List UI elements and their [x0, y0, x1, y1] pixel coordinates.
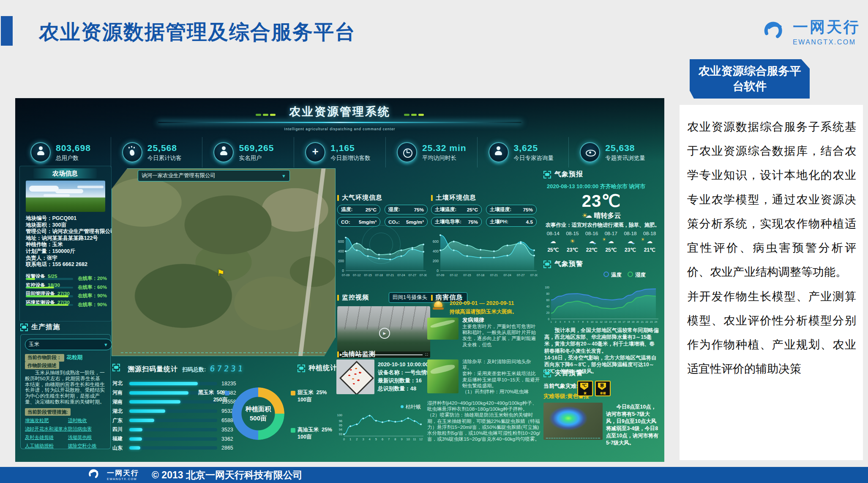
stat-value: 1,165	[330, 143, 371, 153]
production-panel: 玉米 ▼ 当前作物阶段：花粒期 作物阶段描述 玉米从抽雄到成熟这一阶段，一般历时…	[20, 334, 111, 449]
svg-text:40: 40	[546, 305, 550, 308]
person-icon	[489, 143, 508, 162]
pill-value: 5mg/m³	[359, 219, 377, 225]
pill-label: 温度:	[341, 206, 353, 213]
stage-value: 花粒期	[67, 354, 83, 360]
measure-link[interactable]: 浅锄莫伤根	[68, 434, 107, 441]
play-icon[interactable]: ▶	[379, 328, 390, 339]
stat-item: 25.32 min平均访问时长	[385, 137, 477, 167]
measure-link[interactable]: 浇好开花水和灌浆水	[25, 426, 68, 432]
eye-icon	[581, 143, 599, 162]
farm-field: 计划产量：150000斤	[26, 248, 107, 255]
person-icon	[213, 142, 234, 162]
svg-text:07-09: 07-09	[342, 273, 349, 277]
stat-text: 1,165今日新增访客数	[330, 143, 371, 162]
disaster-text: 今日8点至10点，讷河市将有5-7级大风，日9点至10点大风将减弱至3-4级，今…	[606, 403, 659, 447]
farm-info-panel: 农场信息 地块编号：PGCQ001地块面积：300亩管理公司：讷河农业生产管理有…	[19, 166, 112, 321]
video-header: 监控视频	[337, 294, 369, 302]
footer-logo-icon	[87, 468, 101, 482]
map-marker-icon[interactable]: ⚑	[217, 268, 224, 278]
soil-chart: 020040060007-0907-1207-1507-1807-2107-24…	[429, 228, 538, 279]
pill-value: 25°C	[366, 207, 377, 213]
stat-value: 569,265	[239, 143, 274, 153]
clock-icon	[397, 142, 417, 162]
measure-link[interactable]: 人工辅助授粉	[25, 443, 68, 449]
svg-text:400: 400	[338, 249, 344, 253]
scan-header: 溯源扫码量统计 扫码总数: 67231	[112, 364, 245, 374]
scan-row: 河北18235	[112, 379, 251, 388]
device-online-rate: 在线率：90%	[78, 302, 107, 308]
crop-select[interactable]: 玉米 ▼	[25, 339, 112, 350]
side-banner: 农业资源综合服务平台软件	[690, 59, 810, 99]
svg-text:07-12: 07-12	[353, 273, 360, 277]
svg-text:100: 100	[545, 286, 549, 289]
camera-select-value: 田间1号摄像头	[393, 294, 427, 301]
sun-icon: ☀	[570, 238, 575, 244]
scan-row: 湖北9532	[112, 406, 251, 416]
env-pill: 土壤温度:25°C	[431, 205, 482, 214]
company-logo: 一网天行 EWANGTX.COM	[761, 17, 860, 46]
svg-text:1: 1	[349, 437, 351, 441]
disease-thumbnail[interactable]	[427, 318, 459, 340]
pill-value: 4.5	[526, 219, 533, 225]
svg-text:18: 18	[627, 321, 630, 323]
aphid-thumbnail[interactable]	[427, 360, 459, 393]
pill-label: 土壤湿度:	[490, 206, 511, 213]
dashboard-subtitle: Intelligent agricultural dispatching and…	[15, 127, 664, 131]
scan-value: 3362	[221, 436, 233, 442]
pest-title: 虫情站监测	[342, 350, 376, 358]
forecast-date: 08-15	[563, 231, 582, 236]
measure-link[interactable]: 防治病虫害	[68, 426, 107, 432]
scan-row: 湖南13558	[112, 398, 251, 407]
crop-select-value: 玉米	[29, 341, 39, 348]
atmosphere-title: 大气环境信息	[342, 194, 382, 202]
scan-value: 6588	[221, 417, 233, 423]
measure-link[interactable]: 适时晚收	[68, 417, 107, 424]
svg-text:07-24: 07-24	[503, 273, 511, 277]
satellite-map[interactable]: ⚑	[112, 168, 336, 356]
stat-item: 25,638专题资讯浏览量	[568, 137, 660, 167]
svg-text:07-15: 07-15	[364, 273, 371, 277]
forecast-day: 08-18☁☂23℃	[621, 231, 640, 253]
scan-bar	[129, 419, 217, 422]
measure-link[interactable]: 拔除空秆小株	[68, 443, 107, 449]
legend-swatch	[291, 391, 295, 395]
svg-text:07-30: 07-30	[530, 273, 538, 277]
decor-dashes-left	[255, 110, 276, 118]
stat-label: 今日新增访客数	[330, 154, 371, 162]
svg-text:2: 2	[555, 321, 556, 323]
scan-row: 河南15682	[112, 388, 251, 398]
warning-legend: 温度 湿度	[603, 272, 646, 279]
svg-text:6: 6	[382, 437, 383, 441]
env-pill: 土壤电导率:75%	[431, 217, 482, 227]
svg-text:21: 21	[641, 321, 643, 323]
footprint-icon	[122, 142, 142, 162]
stat-text: 25,568今日累计访客	[147, 143, 182, 162]
donut-center-label: 种植面积	[232, 405, 284, 413]
fullscreen-icon[interactable]: ⛶	[425, 353, 428, 357]
pill-label: 土壤电导率:	[435, 219, 461, 225]
measure-link[interactable]: 及时去雄剪雄	[25, 434, 68, 441]
planting-title: 种植统计	[308, 364, 337, 373]
device-row: 报警设备5/25在线率：20%	[26, 272, 107, 281]
planting-donut-center: 种植面积 500亩	[232, 387, 284, 440]
stat-label: 专题资讯浏览量	[605, 154, 645, 162]
measure-link[interactable]: 增施攻粒肥	[25, 417, 68, 424]
forecast-day: 08-18☀☁21℃	[640, 231, 659, 253]
atmosphere-header: 大气环境信息	[337, 194, 382, 202]
svg-text:07-18: 07-18	[375, 273, 383, 277]
stat-text: 25,638专题资讯浏览量	[605, 143, 645, 162]
pill-label: 土壤温度:	[435, 206, 456, 213]
svg-text:23: 23	[650, 321, 652, 323]
footer-copyright: © 2013 北京一网天行科技有限公司	[152, 469, 303, 482]
logo-swoosh-icon	[761, 19, 787, 44]
scan-title: 溯源扫码量统计	[128, 365, 178, 374]
chevron-down-icon: ▼	[104, 342, 108, 347]
svg-text:94: 94	[339, 428, 342, 431]
company-select[interactable]: 讷河一家农业生产管理有限公司 ▼	[138, 170, 290, 181]
stage-description: 玉米从抽雄到成熟这一阶段，一般历时50天左右，此期营养生长基本结束，由穗期的营养…	[25, 370, 105, 405]
stat-item: 3,625今日专家咨询量	[477, 137, 569, 167]
cloud-icon: ☁	[608, 238, 614, 244]
pest-trap-image[interactable]	[336, 360, 374, 394]
scan-row: 四川3523	[112, 425, 251, 434]
